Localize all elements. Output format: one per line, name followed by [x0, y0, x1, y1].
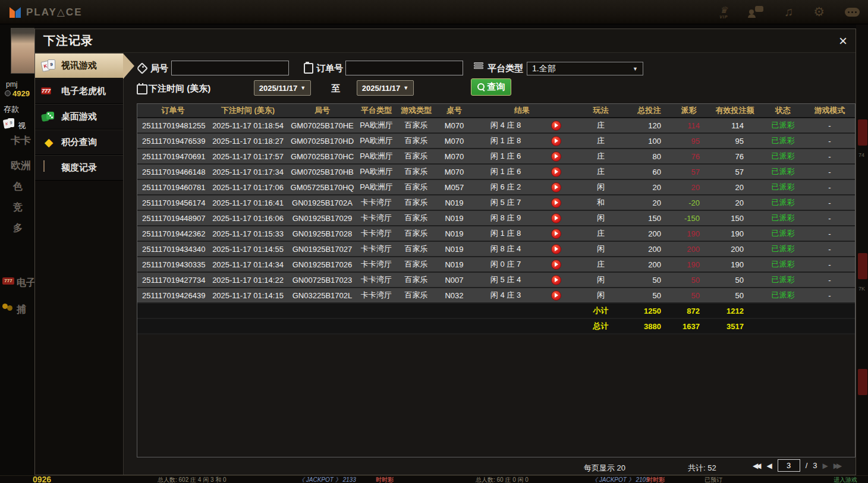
customer-support-icon[interactable]	[748, 6, 763, 18]
platform-type: PA欧洲厅	[357, 135, 395, 146]
play-replay-button[interactable]	[551, 229, 561, 239]
sidebar-item-quota-records[interactable]: 额度记录	[35, 155, 123, 181]
round-tag-icon	[137, 63, 146, 72]
play-replay-button[interactable]	[551, 275, 561, 285]
sidebar-item-slots[interactable]: 777 电子老虎机	[35, 78, 123, 104]
replay-cell	[540, 182, 573, 192]
play-replay-button[interactable]	[551, 244, 561, 254]
slot-777-icon: 777	[41, 87, 51, 94]
lobby-right-badge	[858, 119, 867, 146]
sidebar-item-points-query[interactable]: ◆ 积分查询	[35, 130, 123, 155]
support-bubble	[755, 6, 763, 12]
col-payout: 派彩	[669, 105, 708, 116]
platform-server-icon	[474, 62, 483, 71]
subtotal-payout: 872	[669, 307, 708, 315]
round-input[interactable]	[171, 61, 289, 75]
result: 闲 1 庄 8	[471, 135, 540, 146]
total-bet: 100	[629, 137, 669, 146]
game-type: 百家乐	[395, 290, 437, 301]
play-replay-button[interactable]	[551, 121, 561, 131]
play-replay-button[interactable]	[551, 198, 561, 208]
page-separator: /	[806, 461, 808, 470]
search-icon	[477, 83, 485, 91]
bet-time: 2025-11-17 01:14:15	[209, 291, 287, 300]
table-number: M070	[437, 121, 471, 130]
play-replay-button[interactable]	[551, 136, 561, 146]
play-replay-button[interactable]	[551, 291, 561, 301]
close-button[interactable]: ×	[839, 34, 847, 48]
game-type: 百家乐	[395, 213, 437, 223]
round-number: GM05725B170HQ	[287, 183, 357, 192]
lobby-nav-jing: 竞	[13, 201, 23, 214]
play-replay-button[interactable]	[551, 213, 561, 223]
table-number: N019	[437, 214, 471, 223]
platform-type: PA欧洲厅	[357, 166, 395, 177]
payout: 200	[669, 245, 708, 254]
slots-mini-icon: 777	[2, 277, 14, 285]
sidebar-item-video-games[interactable]: K9 视讯游戏	[35, 53, 123, 78]
settings-gear-icon[interactable]: ⚙	[813, 5, 825, 19]
play-replay-button[interactable]	[551, 167, 561, 177]
valid-bet: 50	[708, 276, 762, 285]
status-badge: 已派彩	[762, 151, 804, 162]
subtotal-label: 小计	[573, 305, 629, 316]
next-page-button[interactable]: ▶	[823, 462, 828, 470]
last-page-button[interactable]: ▶▶	[834, 462, 842, 470]
game-type: 百家乐	[395, 182, 437, 192]
valid-bet: 76	[708, 152, 762, 161]
table-number: M070	[437, 168, 471, 176]
game-type: 百家乐	[395, 135, 437, 146]
bet-time: 2025-11-17 01:18:54	[209, 121, 287, 130]
lobby-ssc-1: 时时彩	[376, 476, 394, 483]
game-mode: -	[804, 168, 855, 176]
first-page-button[interactable]: ◀◀	[753, 462, 761, 470]
result: 闲 4 庄 8	[471, 120, 540, 131]
sidebar-item-label: 桌面游戏	[61, 111, 97, 122]
replay-cell	[540, 167, 573, 177]
table-row: 251117019448907 2025-11-17 01:16:06 GN01…	[137, 211, 855, 226]
bet-time-label: 下注时间 (美东)	[149, 80, 210, 96]
result: 闲 8 庄 4	[471, 244, 540, 254]
replay-cell	[540, 291, 573, 301]
bet-time: 2025-11-17 01:17:57	[209, 152, 287, 161]
payout: 50	[669, 291, 708, 300]
valid-bet: 50	[708, 291, 762, 300]
lobby-background-right: 74 7K	[856, 24, 868, 475]
search-button[interactable]: 查询	[471, 78, 511, 96]
page-number-input[interactable]	[778, 459, 800, 472]
lobby-background-left: pmj 4929 存款 K9 视 卡卡 欧洲 色 竞 多 777 电子 捕	[0, 24, 34, 475]
chat-icon[interactable]	[845, 8, 860, 17]
prev-page-button[interactable]: ◀	[766, 462, 772, 470]
music-icon[interactable]: ♫	[784, 5, 793, 19]
platform-select[interactable]: 1.全部 ▼	[527, 62, 643, 75]
fishing-mini-icon	[2, 304, 8, 309]
play-type: 闲	[573, 213, 629, 223]
play-type: 庄	[573, 135, 629, 146]
play-replay-button[interactable]	[551, 182, 561, 192]
lobby-nav-fishing: 捕	[17, 304, 26, 316]
pagination: ◀◀ ◀ / 3 ▶ ▶▶	[753, 459, 842, 472]
total-pages: 3	[813, 461, 817, 470]
grand-total-label: 总计	[573, 321, 629, 332]
valid-bet: 20	[708, 198, 762, 207]
status-badge: 已派彩	[762, 290, 804, 301]
lobby-table-stats-1: 总人数: 602 庄 4 闲 3 和 0	[158, 476, 227, 483]
order-input[interactable]	[345, 61, 463, 75]
lobby-reserved: 已预订	[705, 476, 722, 483]
play-replay-button[interactable]	[551, 151, 561, 162]
date-to-picker[interactable]: 2025/11/17 ▼	[357, 80, 414, 96]
game-mode: -	[804, 291, 855, 300]
result: 闲 5 庄 7	[471, 197, 540, 208]
lobby-nav-europe: 欧洲	[11, 159, 31, 172]
grand-total-row: 总计 3880 1637 3517	[137, 319, 855, 334]
date-from-picker[interactable]: 2025/11/17 ▼	[254, 80, 311, 96]
sidebar-item-table-games[interactable]: 桌面游戏	[35, 104, 123, 130]
status-badge: 已派彩	[762, 228, 804, 239]
valid-bet: 200	[708, 245, 762, 254]
game-type: 百家乐	[395, 259, 437, 270]
vip-icon[interactable]: ♛ VIP	[719, 5, 728, 19]
date-to-value: 2025/11/17	[362, 84, 400, 93]
support-body	[748, 14, 756, 18]
play-replay-button[interactable]	[551, 260, 561, 270]
play-type: 庄	[573, 151, 629, 162]
